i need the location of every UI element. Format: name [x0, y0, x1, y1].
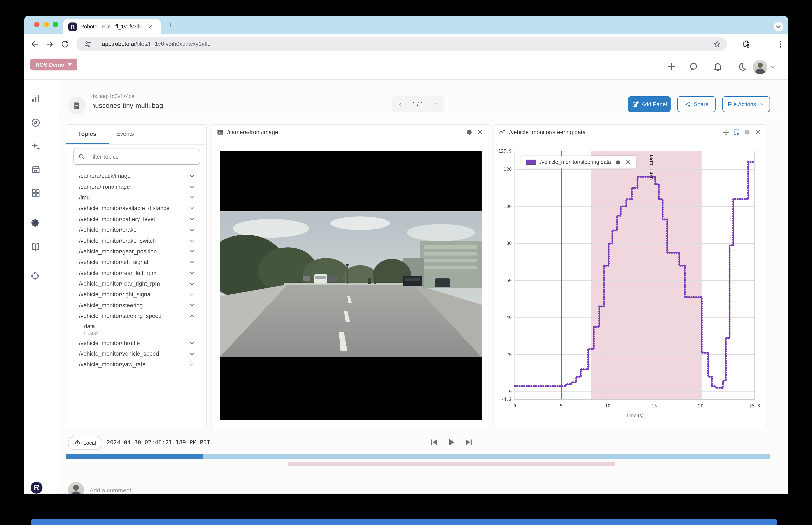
tab-search-menu[interactable]	[774, 22, 783, 31]
topic-row[interactable]: /vehicle_monitor/battery_level	[66, 214, 206, 225]
new-tab-icon[interactable]	[168, 22, 174, 28]
analytics-icon[interactable]	[31, 93, 41, 104]
topic-row[interactable]: /vehicle_monitor/right_signal	[66, 289, 206, 300]
playback-scrubber[interactable]	[66, 454, 770, 459]
chevron-down-icon[interactable]	[189, 237, 195, 244]
chevron-down-icon[interactable]	[189, 216, 195, 223]
topic-row[interactable]: /vehicle_monitor/brake_switch	[66, 235, 206, 246]
move-pan-icon[interactable]	[722, 129, 729, 136]
browser-tab[interactable]: R Roboto - File - fl_1v0fv3ih0xu	[63, 19, 161, 34]
next-page-icon[interactable]	[432, 101, 438, 107]
topic-row[interactable]: /imu	[66, 192, 206, 203]
dark-mode-moon-icon[interactable]	[737, 62, 747, 72]
url-path: /files/fl_1v0fv3ih0xu7wxy1yflo	[135, 41, 211, 47]
topic-field[interactable]: datafloat32	[66, 321, 206, 338]
topic-row[interactable]: /vehicle_monitor/throttle	[66, 338, 206, 348]
topic-name: /vehicle_monitor/steering_speed	[79, 313, 189, 319]
tab-close-icon[interactable]	[147, 24, 153, 30]
search-icon[interactable]	[689, 62, 699, 72]
traffic-zoom-button[interactable]	[53, 21, 58, 27]
back-icon[interactable]	[30, 40, 40, 49]
forward-icon[interactable]	[45, 40, 54, 49]
chevron-down-icon[interactable]	[189, 361, 195, 368]
chevron-down-icon[interactable]	[189, 280, 195, 287]
share-button[interactable]: Share	[677, 96, 715, 112]
prev-page-icon[interactable]	[398, 101, 403, 107]
event-region-bar[interactable]	[289, 462, 615, 466]
traffic-close-button[interactable]	[34, 21, 40, 27]
reload-icon[interactable]	[60, 40, 70, 49]
chevron-down-icon[interactable]	[189, 205, 195, 212]
legend-settings-gear-icon[interactable]	[615, 159, 621, 165]
add-icon[interactable]	[666, 62, 677, 72]
topic-row[interactable]: /vehicle_monitor/rear_right_rpm	[66, 279, 206, 289]
topic-row[interactable]: /vehicle_monitor/steering	[66, 300, 206, 311]
topic-filter-input[interactable]	[88, 153, 195, 160]
play-icon[interactable]	[447, 438, 456, 447]
explore-compass-icon[interactable]	[31, 118, 41, 128]
chevron-down-icon[interactable]	[189, 226, 195, 233]
chevron-down-icon[interactable]	[189, 183, 195, 190]
timezone-toggle[interactable]: Local	[68, 436, 102, 450]
docs-book-icon[interactable]	[31, 242, 41, 252]
user-avatar[interactable]	[753, 60, 767, 74]
topic-row[interactable]: /vehicle_monitor/vehicle_speed	[66, 348, 206, 359]
chevron-down-icon[interactable]	[770, 64, 777, 71]
panel-settings-gear-icon[interactable]	[466, 129, 473, 136]
topic-row[interactable]: /vehicle_monitor/yaw_rate	[66, 359, 206, 370]
topic-name: /vehicle_monitor/available_distance	[79, 205, 189, 212]
file-actions-button[interactable]: File Actions	[722, 96, 770, 112]
comment-input[interactable]	[89, 482, 772, 494]
chevron-down-icon[interactable]	[189, 194, 195, 201]
integrations-puzzle-icon[interactable]	[31, 271, 41, 281]
panel-settings-gear-icon[interactable]	[744, 129, 751, 136]
extensions-icon[interactable]	[742, 40, 752, 49]
add-panel-button[interactable]: Add Panel	[628, 96, 670, 112]
store-icon[interactable]	[31, 165, 41, 175]
chevron-down-icon[interactable]	[189, 291, 195, 298]
settings-gear-icon[interactable]	[31, 218, 41, 228]
topic-row[interactable]: /vehicle_monitor/gear_position	[66, 246, 206, 257]
chart-legend[interactable]: /vehicle_monitor/steering.data	[521, 156, 636, 168]
chevron-down-icon[interactable]	[189, 172, 195, 179]
bookmark-star-icon[interactable]	[713, 40, 721, 48]
file-name: nuscenes-tiny-multi.bag	[91, 102, 163, 109]
chevron-up-icon[interactable]	[189, 313, 195, 319]
topic-row[interactable]: /vehicle_monitor/rear_left_rpm	[66, 268, 206, 279]
chevron-down-icon[interactable]	[189, 248, 195, 255]
skip-to-end-icon[interactable]	[464, 438, 474, 447]
panels-grid-icon[interactable]	[31, 188, 41, 198]
topic-row[interactable]: /vehicle_monitor/steering_speed	[66, 311, 206, 321]
chevron-down-icon[interactable]	[189, 270, 195, 276]
notifications-bell-icon[interactable]	[713, 62, 723, 72]
chevron-down-icon[interactable]	[189, 302, 195, 309]
comment-field[interactable]	[89, 482, 770, 494]
share-label: Share	[694, 101, 708, 107]
chevron-down-icon[interactable]	[189, 350, 195, 357]
legend-close-icon[interactable]	[625, 159, 631, 165]
region-select-icon[interactable]	[733, 129, 740, 136]
topic-row[interactable]: /vehicle_monitor/brake	[66, 225, 206, 235]
topic-row[interactable]: /vehicle_monitor/left_signal	[66, 257, 206, 268]
tab-events[interactable]: Events	[116, 131, 134, 137]
topic-row[interactable]: /camera/back/image	[66, 170, 206, 181]
tab-topics[interactable]: Topics	[78, 131, 96, 137]
traffic-minimize-button[interactable]	[43, 21, 49, 27]
topic-row[interactable]: /camera/front/image	[66, 181, 206, 192]
ai-sparkles-icon[interactable]	[31, 141, 41, 151]
screen: R Roboto - File - fl_1v0fv3ih0xu	[0, 0, 812, 525]
event-timeline	[66, 462, 770, 466]
chevron-down-icon[interactable]	[189, 259, 195, 266]
skip-to-start-icon[interactable]	[429, 438, 439, 447]
close-icon[interactable]	[476, 129, 484, 136]
steering-chart[interactable]: 020406080100120129.9-4.20510152025.8Time…	[493, 139, 767, 428]
url-bar[interactable]: app.roboto.ai/files/fl_1v0fv3ih0xu7wxy1y…	[76, 37, 727, 51]
close-icon[interactable]	[754, 129, 762, 136]
org-selector-button[interactable]: ROS Demo	[30, 59, 77, 71]
topic-row[interactable]: /vehicle_monitor/available_distance	[66, 203, 206, 214]
chevron-down-icon[interactable]	[189, 340, 195, 346]
topic-filter[interactable]	[73, 149, 200, 165]
topic-name: /vehicle_monitor/brake	[79, 227, 189, 233]
site-info-icon[interactable]	[84, 40, 92, 48]
browser-menu-kebab-icon[interactable]	[776, 40, 785, 49]
